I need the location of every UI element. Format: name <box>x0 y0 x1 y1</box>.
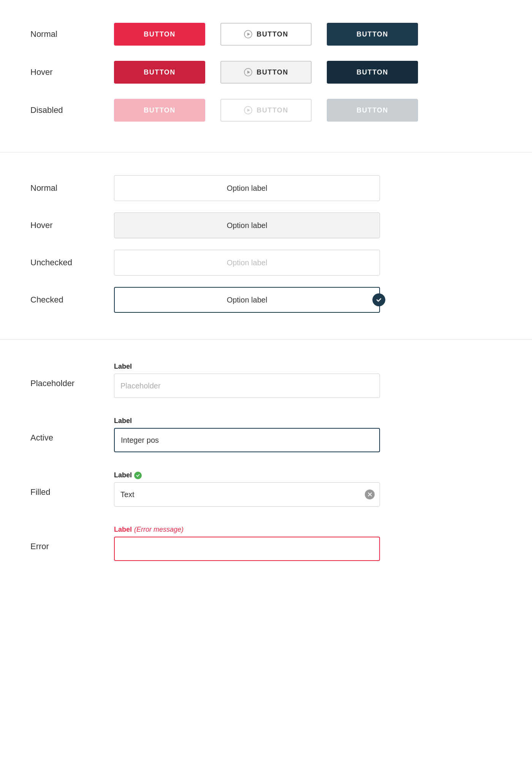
outline-button-disabled: BUTTON <box>220 99 312 122</box>
button-row-normal-content: BUTTON BUTTON BUTTON <box>114 23 418 46</box>
field-check-icon <box>134 472 142 479</box>
input-field-label-error: Label (Error message) <box>114 526 380 534</box>
play-icon-hover <box>244 68 253 77</box>
dark-button-disabled: BUTTON <box>327 99 418 122</box>
input-field-label-active: Label <box>114 417 380 425</box>
filled-input-wrap <box>114 482 380 507</box>
button-row-normal: Normal BUTTON BUTTON BUTTON <box>30 23 502 46</box>
option-box-normal[interactable]: Option label <box>114 175 380 201</box>
option-wrap-hover: Option label <box>114 212 380 238</box>
primary-button-disabled: BUTTON <box>114 99 205 122</box>
option-label-hover: Hover <box>30 220 114 230</box>
dark-button-normal[interactable]: BUTTON <box>327 23 418 46</box>
error-input[interactable] <box>114 537 380 561</box>
buttons-section: Normal BUTTON BUTTON BUTTON Hover BUTTON <box>0 0 532 152</box>
option-row-hover: Hover Option label <box>30 212 502 238</box>
primary-button-normal[interactable]: BUTTON <box>114 23 205 46</box>
svg-marker-1 <box>247 33 250 36</box>
button-row-hover-content: BUTTON BUTTON BUTTON <box>114 61 418 84</box>
input-field-label-filled: Label <box>114 471 380 479</box>
option-row-checked: Checked Option label <box>30 287 502 313</box>
play-icon-normal <box>244 30 253 39</box>
input-row-label-error: Error <box>30 526 114 551</box>
input-group-active: Label <box>114 417 380 452</box>
option-box-checked[interactable]: Option label <box>114 287 380 313</box>
input-row-active: Active Label <box>30 417 502 452</box>
clear-button[interactable] <box>365 490 375 499</box>
input-row-placeholder: Placeholder Label <box>30 363 502 398</box>
options-section: Normal Option label Hover Option label U… <box>0 152 532 339</box>
input-row-label-filled: Filled <box>30 471 114 497</box>
option-wrap-checked: Option label <box>114 287 380 313</box>
input-group-placeholder: Label <box>114 363 380 398</box>
button-row-disabled: Disabled BUTTON BUTTON BUTTON <box>30 99 502 122</box>
row-label-hover: Hover <box>30 67 114 77</box>
play-icon-disabled <box>244 106 253 115</box>
input-group-filled: Label <box>114 471 380 507</box>
option-box-hover[interactable]: Option label <box>114 212 380 238</box>
svg-marker-5 <box>247 109 250 112</box>
input-row-label-placeholder: Placeholder <box>30 363 114 388</box>
inputs-section: Placeholder Label Active Label Filled La… <box>0 340 532 610</box>
option-row-unchecked: Unchecked Option label <box>30 250 502 276</box>
button-row-disabled-content: BUTTON BUTTON BUTTON <box>114 99 418 122</box>
button-row-hover: Hover BUTTON BUTTON BUTTON <box>30 61 502 84</box>
outline-button-normal[interactable]: BUTTON <box>220 23 312 46</box>
input-row-error: Error Label (Error message) <box>30 526 502 561</box>
check-badge-icon <box>372 293 385 306</box>
placeholder-input[interactable] <box>114 374 380 398</box>
input-group-error: Label (Error message) <box>114 526 380 561</box>
option-wrap-normal: Option label <box>114 175 380 201</box>
input-row-filled: Filled Label <box>30 471 502 507</box>
input-row-label-active: Active <box>30 417 114 443</box>
option-label-unchecked: Unchecked <box>30 258 114 268</box>
option-label-normal: Normal <box>30 183 114 193</box>
row-label-normal: Normal <box>30 29 114 39</box>
outline-button-hover[interactable]: BUTTON <box>220 61 312 84</box>
input-field-label-placeholder: Label <box>114 363 380 371</box>
filled-input[interactable] <box>114 482 380 507</box>
svg-marker-3 <box>247 71 250 74</box>
row-label-disabled: Disabled <box>30 105 114 115</box>
option-label-checked: Checked <box>30 295 114 305</box>
dark-button-hover[interactable]: BUTTON <box>327 61 418 84</box>
active-input[interactable] <box>114 428 380 452</box>
option-wrap-unchecked: Option label <box>114 250 380 276</box>
option-row-normal: Normal Option label <box>30 175 502 201</box>
primary-button-hover[interactable]: BUTTON <box>114 61 205 84</box>
option-box-unchecked[interactable]: Option label <box>114 250 380 276</box>
error-message: (Error message) <box>134 526 184 534</box>
